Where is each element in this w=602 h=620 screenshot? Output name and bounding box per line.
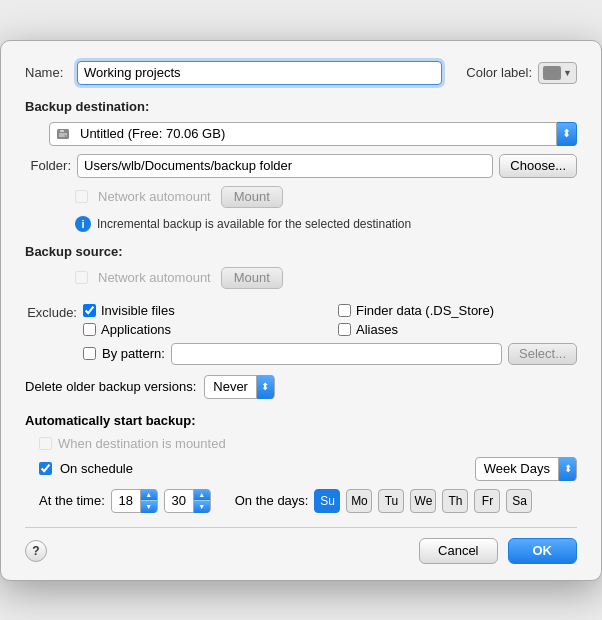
by-pattern-label: By pattern: [102,346,165,361]
pattern-row: By pattern: Select... [83,343,577,365]
destination-row: Untitled (Free: 70.06 GB) ⬍ [49,122,577,146]
info-text: Incremental backup is available for the … [97,217,411,231]
color-label-button[interactable]: ▼ [538,62,577,84]
finder-data-item: Finder data (.DS_Store) [338,303,577,318]
invisible-files-item: Invisible files [83,303,322,318]
exclude-grid: Invisible files Finder data (.DS_Store) … [83,303,577,337]
day-button-su[interactable]: Su [314,489,340,513]
action-buttons: Cancel OK [419,538,577,564]
network-automount-label-2: Network automount [98,270,211,285]
bottom-bar: ? Cancel OK [25,527,577,564]
mount-button-1: Mount [221,186,283,208]
day-button-we[interactable]: We [410,489,436,513]
by-pattern-checkbox[interactable] [83,347,96,360]
aliases-label: Aliases [356,322,398,337]
dialog: Name: Color label: ▼ Backup destination:… [0,40,602,581]
never-select[interactable]: Never ⬍ [204,375,275,399]
svg-rect-2 [60,130,64,132]
auto-backup-header: Automatically start backup: [25,413,577,428]
aliases-checkbox[interactable] [338,323,351,336]
name-row: Name: Color label: ▼ [25,61,577,85]
day-button-mo[interactable]: Mo [346,489,372,513]
minutes-decrement-button[interactable]: ▼ [194,501,210,513]
applications-label: Applications [101,322,171,337]
on-days-label: On the days: [235,493,309,508]
delete-older-row: Delete older backup versions: Never ⬍ [25,375,577,399]
network-automount-label-1: Network automount [98,189,211,204]
name-input[interactable] [77,61,442,85]
backup-destination-header: Backup destination: [25,99,577,114]
exclude-label: Exclude: [25,303,77,320]
help-button[interactable]: ? [25,540,47,562]
exclude-row: Exclude: Invisible files Finder data (.D… [25,303,577,337]
when-mounted-checkbox[interactable] [39,437,52,450]
day-button-tu[interactable]: Tu [378,489,404,513]
minutes-value: 30 [165,493,193,508]
disk-icon [56,127,70,141]
on-schedule-row: On schedule Week Days ⬍ [39,457,577,481]
day-button-fr[interactable]: Fr [474,489,500,513]
info-row: i Incremental backup is available for th… [75,216,577,232]
finder-data-checkbox[interactable] [338,304,351,317]
minutes-stepper: 30 ▲ ▼ [164,489,211,513]
info-icon: i [75,216,91,232]
name-label: Name: [25,65,69,80]
week-days-select[interactable]: Week Days ⬍ [475,457,577,481]
when-mounted-row: When destination is mounted [39,436,577,451]
color-swatch [543,66,561,80]
on-days-group: On the days: Su Mo Tu We Th Fr Sa [235,489,533,513]
network-automount-checkbox-1[interactable] [75,190,88,203]
week-days-arrows-icon[interactable]: ⬍ [558,457,576,481]
time-days-row: At the time: 18 ▲ ▼ 30 ▲ ▼ On the days: … [39,489,577,513]
automount-row-2: Network automount Mount [75,267,577,289]
color-label-area: Color label: ▼ [466,62,577,84]
hours-stepper-buttons: ▲ ▼ [140,489,157,513]
hours-stepper: 18 ▲ ▼ [111,489,158,513]
svg-point-3 [65,135,67,137]
finder-data-label: Finder data (.DS_Store) [356,303,494,318]
minutes-stepper-buttons: ▲ ▼ [193,489,210,513]
hours-value: 18 [112,493,140,508]
select-button: Select... [508,343,577,365]
automount-row-1: Network automount Mount [75,186,577,208]
aliases-item: Aliases [338,322,577,337]
on-schedule-label: On schedule [60,461,133,476]
week-days-value: Week Days [476,461,558,476]
destination-arrow-icon[interactable]: ⬍ [557,122,577,146]
hours-decrement-button[interactable]: ▼ [141,501,157,513]
minutes-increment-button[interactable]: ▲ [194,489,210,502]
invisible-files-label: Invisible files [101,303,175,318]
hours-increment-button[interactable]: ▲ [141,489,157,502]
mount-button-2: Mount [221,267,283,289]
network-automount-checkbox-2[interactable] [75,271,88,284]
on-schedule-checkbox[interactable] [39,462,52,475]
applications-item: Applications [83,322,322,337]
when-mounted-label: When destination is mounted [58,436,226,451]
pattern-input[interactable] [171,343,502,365]
day-button-sa[interactable]: Sa [506,489,532,513]
delete-older-label: Delete older backup versions: [25,379,196,394]
color-chevron-icon: ▼ [563,68,572,78]
at-time-group: At the time: 18 ▲ ▼ 30 ▲ ▼ [39,489,211,513]
invisible-files-checkbox[interactable] [83,304,96,317]
destination-select[interactable]: Untitled (Free: 70.06 GB) [49,122,557,146]
cancel-button[interactable]: Cancel [419,538,497,564]
at-time-label: At the time: [39,493,105,508]
backup-source-header: Backup source: [25,244,577,259]
ok-button[interactable]: OK [508,538,578,564]
destination-value: Untitled (Free: 70.06 GB) [80,126,225,141]
never-arrows-icon[interactable]: ⬍ [256,375,274,399]
choose-button[interactable]: Choose... [499,154,577,178]
folder-input[interactable] [77,154,493,178]
folder-label: Folder: [25,158,71,173]
day-button-th[interactable]: Th [442,489,468,513]
color-label-text: Color label: [466,65,532,80]
never-value: Never [205,379,256,394]
folder-row: Folder: Choose... [25,154,577,178]
applications-checkbox[interactable] [83,323,96,336]
